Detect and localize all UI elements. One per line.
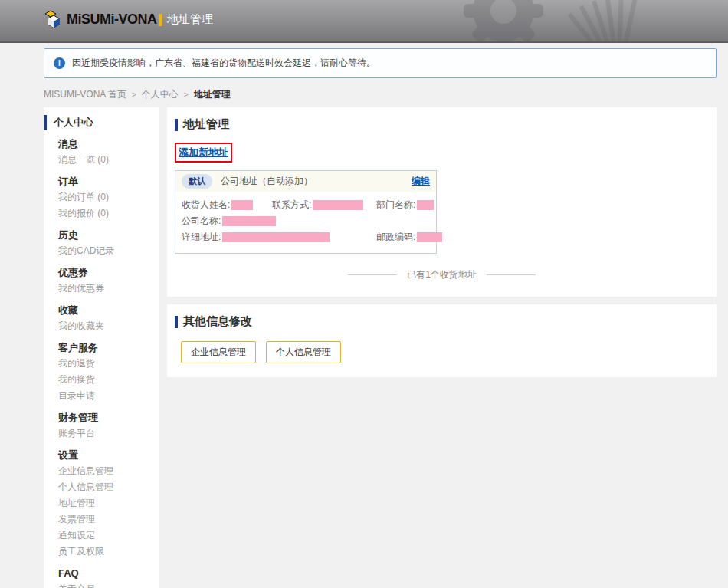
misumi-vona-logo[interactable]: MiSUMi-VONA <box>44 10 157 28</box>
heading-accent-bar <box>175 119 178 131</box>
recipient-name-label: 收货人姓名: <box>182 199 230 212</box>
sidebar-section-orders: 订单 <box>58 173 159 189</box>
breadcrumb-current: 地址管理 <box>194 88 231 101</box>
notice-text: 因近期受疫情影响，广东省、福建省的货物配送时效会延迟，请耐心等待。 <box>72 57 375 70</box>
address-count-note: 已有1个收货地址 <box>175 268 709 281</box>
redacted-department <box>417 200 434 210</box>
notice-banner: i 因近期受疫情影响，广东省、福建省的货物配送时效会延迟，请耐心等待。 <box>44 48 717 78</box>
add-new-address-link[interactable]: 添加新地址 <box>179 146 228 158</box>
sidebar-item-about-transactions[interactable]: 关于交易 <box>58 581 159 588</box>
address-row: 详细地址: 邮政编码: <box>182 229 430 245</box>
address-row: 收货人姓名: 联系方式: 部门名称: <box>182 197 430 213</box>
redacted-recipient-name <box>231 200 253 210</box>
divider-line <box>487 274 536 275</box>
sidebar-section-customer-service: 客户服务 <box>58 340 159 356</box>
sidebar-item-notification-settings[interactable]: 通知设定 <box>58 527 159 544</box>
sidebar-item-my-cad-history[interactable]: 我的CAD记录 <box>58 243 159 259</box>
edit-address-link[interactable]: 编辑 <box>412 175 430 188</box>
address-type-label: 公司地址（自动添加） <box>221 175 313 188</box>
redacted-detailed-address <box>222 232 330 242</box>
personal-info-management-button[interactable]: 个人信息管理 <box>266 341 341 363</box>
cube-logo-icon <box>44 10 62 28</box>
sidebar-section-coupons: 优惠券 <box>58 264 159 281</box>
default-badge: 默认 <box>182 174 212 189</box>
logo-text: MiSUMi-VONA <box>67 11 157 28</box>
sidebar-section-messages: 消息 <box>58 136 159 152</box>
sidebar-item-catalog-request[interactable]: 目录申请 <box>58 388 159 404</box>
breadcrumb-separator: > <box>184 90 189 99</box>
sidebar-item-my-returns[interactable]: 我的退货 <box>58 356 159 372</box>
annotation-box: 添加新地址 <box>175 143 232 163</box>
sidebar-item-staff-permissions[interactable]: 员工及权限 <box>58 544 159 560</box>
redacted-contact <box>313 200 363 210</box>
sidebar-item-my-coupons[interactable]: 我的优惠券 <box>58 281 159 297</box>
info-icon: i <box>54 57 65 69</box>
sidebar-item-company-info[interactable]: 企业信息管理 <box>58 463 159 479</box>
address-management-panel: 地址管理 添加新地址 默认 公司地址（自动添加） 编辑 收货人姓名: <box>167 107 717 297</box>
sidebar-item-my-favorites[interactable]: 我的收藏夹 <box>58 318 159 334</box>
contact-label: 联系方式: <box>272 199 311 212</box>
title-accent-bar <box>159 14 162 26</box>
sidebar-section-faq: FAQ <box>58 565 159 581</box>
postal-code-label: 邮政编码: <box>376 231 415 244</box>
sidebar-section-history: 历史 <box>58 227 159 243</box>
address-section-title: 地址管理 <box>183 117 229 132</box>
gear-watermark <box>418 0 724 43</box>
other-section-title: 其他信息修改 <box>183 314 252 329</box>
sidebar-section-favorites: 收藏 <box>58 302 159 318</box>
address-count-text: 已有1个收货地址 <box>407 268 477 281</box>
other-info-buttons: 企业信息管理 个人信息管理 <box>181 341 709 363</box>
sidebar: 个人中心 消息 消息一览 (0) 订单 我的订单 (0) 我的报价 (0) 历史… <box>44 107 159 588</box>
sidebar-section-settings: 设置 <box>58 447 159 463</box>
breadcrumb: MISUMI-VONA 首页 > 个人中心 > 地址管理 <box>44 88 717 101</box>
department-label: 部门名称: <box>376 199 415 212</box>
company-info-management-button[interactable]: 企业信息管理 <box>181 341 256 363</box>
breadcrumb-home[interactable]: MISUMI-VONA 首页 <box>44 88 126 101</box>
address-section-heading: 地址管理 <box>175 117 709 132</box>
company-name-label: 公司名称: <box>182 215 221 228</box>
page-title: 地址管理 <box>167 12 213 27</box>
page-title-block: 地址管理 <box>159 12 213 27</box>
address-row: 公司名称: <box>182 213 430 229</box>
redacted-postal-code <box>417 232 442 242</box>
breadcrumb-separator: > <box>132 90 136 99</box>
sidebar-item-message-list[interactable]: 消息一览 (0) <box>58 152 159 168</box>
sidebar-item-personal-info[interactable]: 个人信息管理 <box>58 479 159 495</box>
sidebar-item-my-orders[interactable]: 我的订单 (0) <box>58 189 159 205</box>
detailed-address-label: 详细地址: <box>182 231 221 244</box>
sidebar-section-finance: 财务管理 <box>58 409 159 425</box>
divider-line <box>348 274 397 275</box>
sidebar-item-my-exchanges[interactable]: 我的换货 <box>58 372 159 388</box>
sidebar-item-billing-platform[interactable]: 账务平台 <box>58 425 159 442</box>
redacted-company-name <box>222 216 276 226</box>
sidebar-item-address-management[interactable]: 地址管理 <box>58 495 159 511</box>
sidebar-item-my-quotes[interactable]: 我的报价 (0) <box>58 205 159 222</box>
address-card-body: 收货人姓名: 联系方式: 部门名称: <box>175 192 436 253</box>
heading-accent-bar <box>175 316 178 328</box>
address-card-header: 默认 公司地址（自动添加） 编辑 <box>175 171 436 192</box>
sidebar-title-personal-center[interactable]: 个人中心 <box>44 115 159 130</box>
other-info-panel: 其他信息修改 企业信息管理 个人信息管理 <box>167 304 717 377</box>
breadcrumb-personal-center[interactable]: 个人中心 <box>142 88 179 101</box>
app-header: MiSUMi-VONA 地址管理 <box>0 0 728 43</box>
sidebar-item-invoice-management[interactable]: 发票管理 <box>58 511 159 527</box>
other-section-heading: 其他信息修改 <box>175 314 709 329</box>
address-card: 默认 公司地址（自动添加） 编辑 收货人姓名: 联系方式: <box>175 170 437 254</box>
